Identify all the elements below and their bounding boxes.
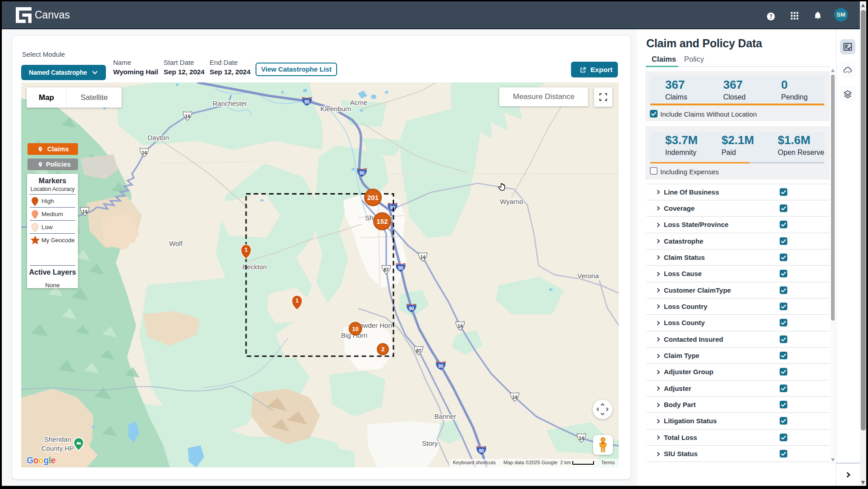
svg-text:Dayton: Dayton: [147, 134, 169, 141]
svg-text:1: 1: [244, 246, 247, 253]
svg-text:152: 152: [376, 217, 388, 225]
svg-text:1: 1: [295, 297, 298, 304]
svg-text:Acme: Acme: [350, 99, 367, 106]
svg-text:Wolf: Wolf: [169, 240, 183, 247]
svg-text:Wyarno: Wyarno: [500, 198, 523, 205]
svg-text:Kleenburn: Kleenburn: [320, 105, 351, 113]
svg-text:Verona: Verona: [577, 272, 599, 280]
svg-text:201: 201: [367, 194, 379, 201]
svg-text:Banner: Banner: [434, 412, 456, 420]
svg-text:Sheridan: Sheridan: [44, 435, 71, 443]
svg-text:County HP: County HP: [41, 444, 74, 452]
svg-text:10: 10: [352, 326, 358, 332]
svg-text:Story: Story: [422, 439, 438, 447]
svg-text:2: 2: [381, 346, 384, 353]
svg-text:Ranchester: Ranchester: [213, 100, 247, 107]
